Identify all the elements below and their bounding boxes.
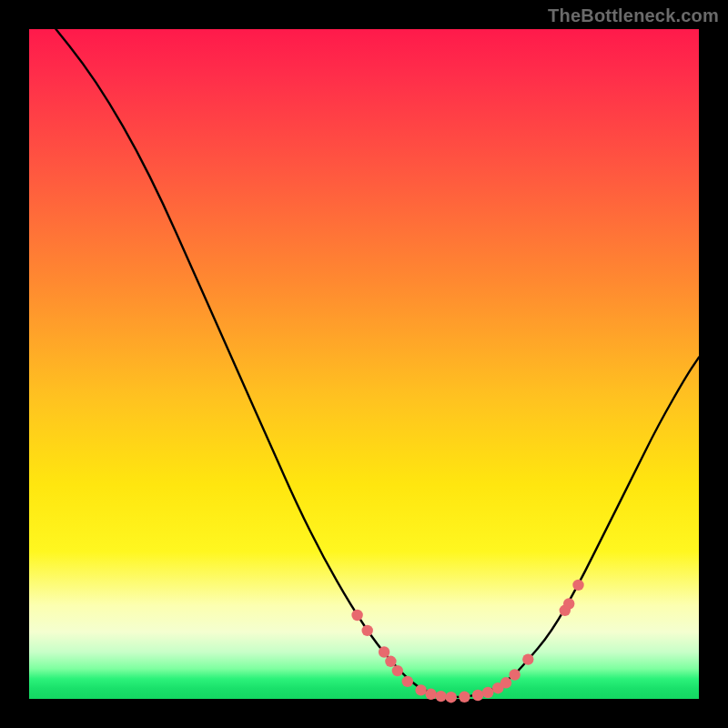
- data-point: [392, 665, 403, 676]
- bottleneck-curve: [29, 29, 699, 699]
- data-point: [563, 598, 574, 609]
- data-point: [362, 625, 373, 636]
- chart-frame: TheBottleneck.com: [0, 0, 728, 728]
- data-point: [500, 677, 511, 688]
- data-point: [446, 692, 457, 703]
- data-point: [379, 646, 389, 657]
- data-point: [385, 656, 396, 667]
- data-point: [425, 689, 436, 700]
- data-point: [509, 669, 520, 680]
- data-point: [522, 653, 533, 664]
- data-point: [415, 684, 426, 695]
- data-point: [472, 690, 483, 701]
- data-point: [459, 692, 470, 703]
- plot-area: [29, 29, 699, 699]
- watermark-label: TheBottleneck.com: [548, 5, 719, 26]
- data-point: [351, 610, 362, 621]
- data-point: [435, 691, 446, 702]
- data-point: [482, 687, 493, 698]
- data-point: [572, 580, 583, 591]
- data-point: [402, 676, 413, 687]
